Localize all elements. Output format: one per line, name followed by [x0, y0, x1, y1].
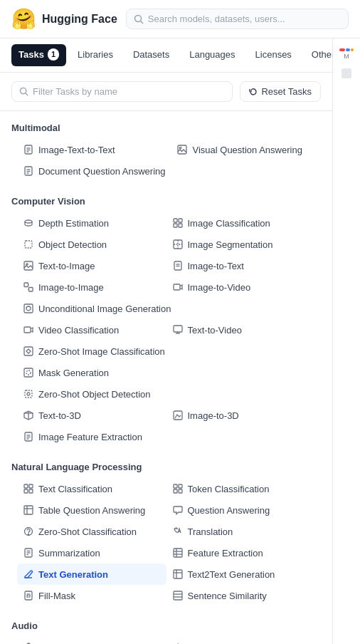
fm-icon [23, 590, 34, 601]
task-unconditional-image-generation[interactable]: Unconditional Image Generation [17, 298, 315, 319]
section-multimodal: Multimodal Image-Text-to-Text [0, 111, 332, 185]
task-text-to-speech[interactable]: Text-to-Speech [17, 637, 166, 644]
search-bar[interactable]: Search models, datasets, users... [126, 9, 349, 29]
ife-icon [23, 431, 34, 442]
svg-rect-54 [179, 489, 182, 493]
filter-input-wrap[interactable] [11, 81, 233, 102]
search-icon [134, 14, 144, 24]
main-layout: Tasks 1 Libraries Datasets Languages Lic… [0, 38, 360, 644]
task-question-answering[interactable]: Question Answering [166, 499, 316, 521]
task-token-classification[interactable]: Token Classification [166, 478, 316, 499]
tokc-icon [172, 483, 184, 494]
multimodal-tasks: Image-Text-to-Text Visual Question Answe… [11, 139, 321, 182]
task-zero-shot-image-classification[interactable]: Zero-Shot Image Classification [17, 341, 315, 362]
tt3d-icon [23, 410, 34, 421]
task-document-question-answering[interactable]: Document Question Answering [17, 160, 171, 182]
zsc-icon [23, 526, 34, 537]
task-zero-shot-object-detection[interactable]: Zero-Shot Object Detection [17, 383, 315, 405]
mg-icon [23, 367, 34, 378]
tab-other[interactable]: Other [303, 42, 332, 68]
task-object-detection[interactable]: Object Detection [17, 234, 166, 255]
svg-rect-21 [24, 261, 33, 270]
svg-point-32 [26, 306, 31, 311]
svg-rect-48 [29, 484, 33, 488]
task-text-to-image[interactable]: Text-to-Image [17, 255, 166, 276]
svg-line-3 [26, 93, 28, 95]
reset-tasks-button[interactable]: Reset Tasks [240, 81, 321, 102]
task-visual-question-answering[interactable]: Visual Question Answering [171, 139, 315, 160]
itv-icon [172, 281, 184, 293]
logo-text: Hugging Face [42, 13, 117, 26]
ss-icon [172, 590, 184, 601]
task-mask-generation[interactable]: Mask Generation [17, 362, 166, 383]
svg-rect-51 [174, 484, 177, 488]
logo-emoji: 🤗 [11, 9, 36, 29]
tc-icon [23, 483, 34, 494]
task-text2text-generation[interactable]: Text2Text Generation [166, 564, 316, 585]
right-panel: M [333, 38, 360, 644]
task-summarization[interactable]: Summarization [17, 542, 166, 564]
iti-icon [23, 281, 34, 293]
svg-rect-40 [25, 390, 32, 398]
svg-rect-8 [178, 145, 186, 154]
task-image-feature-extraction[interactable]: Image Feature Extraction [17, 426, 315, 447]
section-computer-vision: Computer Vision Depth Estimation [0, 185, 332, 450]
tab-datasets[interactable]: Datasets [125, 42, 178, 68]
svg-rect-50 [29, 489, 33, 493]
svg-rect-64 [174, 549, 182, 557]
task-image-text-to-text[interactable]: Image-Text-to-Text [17, 139, 171, 160]
tab-tasks[interactable]: Tasks 1 [11, 44, 66, 66]
svg-rect-53 [174, 489, 177, 493]
svg-rect-75 [174, 591, 182, 600]
cv-tasks: Depth Estimation Image Classification [11, 212, 321, 447]
svg-rect-74 [27, 596, 31, 597]
task-image-to-3d[interactable]: Image-to-3D [166, 405, 316, 426]
it3d-icon [172, 410, 184, 421]
task-depth-estimation[interactable]: Depth Estimation [17, 212, 166, 234]
svg-rect-37 [24, 347, 33, 355]
task-zero-shot-classification[interactable]: Zero-Shot Classification [17, 521, 166, 542]
svg-point-41 [27, 393, 30, 395]
task-text-to-video[interactable]: Text-to-Video [166, 319, 316, 341]
task-video-classification[interactable]: Video Classification [17, 319, 166, 341]
tab-languages[interactable]: Languages [181, 42, 243, 68]
segment-icon [172, 239, 184, 250]
tab-licenses[interactable]: Licenses [247, 42, 300, 68]
svg-point-39 [26, 370, 31, 375]
svg-rect-47 [24, 484, 28, 488]
section-title-multimodal: Multimodal [11, 123, 321, 133]
svg-rect-38 [24, 368, 33, 377]
tab-libraries[interactable]: Libraries [69, 42, 122, 68]
task-text-generation[interactable]: Text Generation [17, 564, 166, 585]
task-sentence-similarity[interactable]: Sentence Similarity [166, 585, 316, 606]
svg-rect-16 [179, 219, 182, 222]
doc-icon [23, 144, 34, 155]
filter-input[interactable] [33, 86, 225, 97]
section-audio: Audio Text-to-Speech [0, 609, 332, 644]
task-image-classification[interactable]: Image Classification [166, 212, 316, 234]
svg-rect-18 [179, 224, 182, 227]
svg-rect-31 [24, 304, 33, 313]
svg-rect-30 [174, 284, 180, 290]
nlp-tasks: Text Classification Token Classification [11, 478, 321, 606]
task-image-segmentation[interactable]: Image Segmentation [166, 234, 316, 255]
grid-icon [172, 217, 184, 229]
section-title-nlp: Natural Language Processing [11, 462, 321, 472]
svg-rect-19 [25, 241, 32, 248]
task-translation[interactable]: Translation [166, 521, 316, 542]
t2tg-icon [172, 568, 184, 580]
task-text-to-audio[interactable]: Text-to-Audio [166, 637, 316, 644]
svg-point-2 [20, 88, 26, 94]
svg-point-9 [180, 147, 181, 149]
task-table-question-answering[interactable]: Table Question Answering [17, 499, 166, 521]
task-fill-mask[interactable]: Fill-Mask [17, 585, 166, 606]
task-text-classification[interactable]: Text Classification [17, 478, 166, 499]
task-image-to-video[interactable]: Image-to-Video [166, 276, 316, 298]
task-text-to-3d[interactable]: Text-to-3D [17, 405, 166, 426]
task-image-to-image[interactable]: Image-to-Image [17, 276, 166, 298]
svg-point-59 [28, 534, 28, 535]
section-nlp: Natural Language Processing Text Classif… [0, 450, 332, 609]
zsod-icon [23, 388, 34, 400]
task-image-to-text[interactable]: Image-to-Text [166, 255, 316, 276]
task-feature-extraction[interactable]: Feature Extraction [166, 542, 316, 564]
